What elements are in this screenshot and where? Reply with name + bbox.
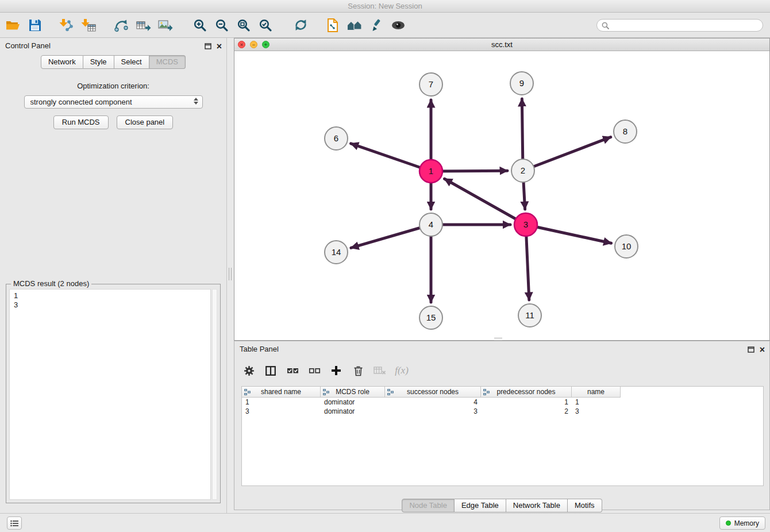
- graph-node-4[interactable]: 4: [419, 213, 442, 236]
- open-session-button[interactable]: [2, 14, 24, 36]
- cell-predecessor-nodes[interactable]: 2: [481, 407, 572, 416]
- column-header-successor-nodes[interactable]: successor nodes: [385, 387, 481, 398]
- graph-node-9[interactable]: 9: [510, 72, 533, 95]
- show-hide-details-button[interactable]: [387, 14, 409, 36]
- zoom-selected-button[interactable]: [254, 14, 276, 36]
- graph-node-10[interactable]: 10: [615, 235, 638, 258]
- export-table-button[interactable]: [132, 14, 154, 36]
- search-input[interactable]: [612, 21, 763, 29]
- cell-name[interactable]: 1: [572, 398, 621, 407]
- graph-node-2[interactable]: 2: [511, 159, 534, 182]
- trash-icon: [353, 365, 363, 376]
- close-panel-button[interactable]: Close panel: [117, 115, 174, 129]
- graph-node-14[interactable]: 14: [325, 241, 348, 264]
- float-panel-icon[interactable]: [205, 43, 212, 50]
- search-box[interactable]: [596, 19, 763, 32]
- network-window-titlebar[interactable]: × − + scc.txt: [234, 38, 769, 51]
- memory-button[interactable]: Memory: [719, 516, 765, 530]
- float-table-panel-icon[interactable]: [748, 346, 755, 353]
- task-history-button[interactable]: [7, 516, 22, 530]
- graph-edge-3-10[interactable]: [526, 225, 611, 243]
- select-all-button[interactable]: [284, 362, 301, 379]
- close-table-panel-icon[interactable]: ×: [760, 346, 765, 353]
- cell-name[interactable]: 3: [572, 407, 621, 416]
- graph-edge-2-8[interactable]: [523, 137, 611, 171]
- control-panel-tabs: Network Style Select MCDS: [0, 55, 226, 69]
- cell-successor-nodes[interactable]: 4: [385, 398, 481, 407]
- tab-select[interactable]: Select: [114, 55, 149, 69]
- apply-layout-button[interactable]: [290, 14, 311, 36]
- mcds-result-box: MCDS result (2 nodes) 1 3: [6, 284, 221, 503]
- column-header-mcds-role[interactable]: MCDS role: [321, 387, 385, 398]
- window-titlebar[interactable]: Session: New Session: [0, 0, 770, 13]
- result-scrollbar[interactable]: [212, 289, 217, 500]
- mcds-result-list[interactable]: 1 3: [9, 289, 211, 500]
- column-settings-button[interactable]: [240, 362, 257, 379]
- panel-splitter[interactable]: [227, 38, 234, 513]
- control-panel-title: Control Panel: [5, 41, 51, 50]
- window-title: Session: New Session: [348, 2, 422, 10]
- table-header-row: shared name MCDS role successor nodes pr…: [242, 387, 763, 398]
- function-builder-button[interactable]: f(x): [393, 362, 410, 379]
- cell-predecessor-nodes[interactable]: 1: [481, 398, 572, 407]
- graph-edge-1-6[interactable]: [351, 144, 431, 171]
- tab-motifs[interactable]: Motifs: [568, 499, 602, 512]
- svg-text:14: 14: [332, 247, 341, 257]
- graph-node-7[interactable]: 7: [419, 73, 442, 96]
- table-row[interactable]: 1 dominator 4 1 1: [242, 398, 763, 407]
- tab-mcds[interactable]: MCDS: [149, 55, 186, 69]
- graph-edge-4-14[interactable]: [351, 225, 431, 248]
- tab-network-table[interactable]: Network Table: [506, 499, 568, 512]
- criterion-dropdown[interactable]: strongly connected component: [24, 95, 203, 109]
- table-row[interactable]: 3 dominator 3 2 3: [242, 407, 763, 416]
- open-folder-icon: [6, 19, 21, 32]
- graph-node-1[interactable]: 1: [419, 160, 442, 183]
- delete-row-button[interactable]: [349, 362, 367, 379]
- tab-network[interactable]: Network: [41, 55, 83, 69]
- graph-node-15[interactable]: 15: [419, 306, 442, 329]
- zoom-in-button[interactable]: [188, 14, 210, 36]
- search-icon: [602, 22, 609, 29]
- first-neighbors-button[interactable]: [344, 14, 365, 36]
- fx-icon: f(x): [395, 365, 409, 376]
- paintbrush-icon: [369, 18, 383, 32]
- cell-successor-nodes[interactable]: 3: [385, 407, 481, 416]
- toggle-column-view-button[interactable]: [262, 362, 279, 379]
- import-network-button[interactable]: [55, 14, 77, 36]
- column-header-name[interactable]: name: [572, 387, 621, 398]
- memory-label: Memory: [734, 519, 759, 527]
- cell-shared-name[interactable]: 1: [242, 398, 321, 407]
- document-network-icon: [326, 18, 339, 32]
- export-network-button[interactable]: [110, 14, 132, 36]
- graph-node-8[interactable]: 8: [614, 120, 637, 143]
- graph-node-6[interactable]: 6: [325, 127, 348, 150]
- cell-mcds-role[interactable]: dominator: [321, 398, 385, 407]
- cell-mcds-role[interactable]: dominator: [321, 407, 385, 416]
- tab-style[interactable]: Style: [83, 55, 114, 69]
- graph-node-11[interactable]: 11: [518, 304, 541, 327]
- add-row-button[interactable]: [328, 362, 345, 379]
- zoom-fit-button[interactable]: [232, 14, 254, 36]
- eye-icon: [391, 20, 406, 30]
- graph-edge-3-1[interactable]: [445, 179, 526, 225]
- close-window-icon[interactable]: ×: [238, 41, 245, 48]
- tab-edge-table[interactable]: Edge Table: [455, 499, 506, 512]
- export-image-button[interactable]: [154, 14, 176, 36]
- column-header-predecessor-nodes[interactable]: predecessor nodes: [481, 387, 572, 398]
- minimize-window-icon[interactable]: −: [250, 41, 257, 48]
- deselect-all-button[interactable]: [306, 362, 323, 379]
- graph-node-3[interactable]: 3: [514, 213, 537, 236]
- import-table-button[interactable]: [77, 14, 99, 36]
- save-session-button[interactable]: [24, 14, 46, 36]
- close-panel-icon[interactable]: ×: [217, 43, 222, 50]
- tab-node-table[interactable]: Node Table: [402, 499, 455, 512]
- run-mcds-button[interactable]: Run MCDS: [53, 115, 109, 129]
- delete-table-button[interactable]: [371, 362, 388, 379]
- apply-style-button[interactable]: [365, 14, 387, 36]
- zoom-window-icon[interactable]: +: [262, 41, 270, 48]
- network-canvas[interactable]: 7968124314101511: [234, 51, 769, 340]
- zoom-out-button[interactable]: [210, 14, 232, 36]
- cell-shared-name[interactable]: 3: [242, 407, 321, 416]
- new-network-from-selection-button[interactable]: [322, 14, 344, 36]
- column-header-shared-name[interactable]: shared name: [242, 387, 321, 398]
